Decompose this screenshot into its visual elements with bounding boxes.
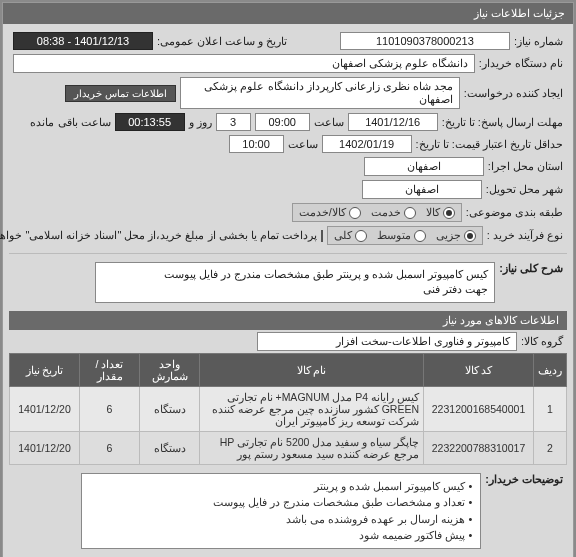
class-label: طبقه بندی موضوعی: <box>466 206 563 219</box>
items-section-title: اطلاعات کالاهای مورد نیاز <box>9 311 567 330</box>
note-line: کیس کامپیوتر اسمبل شده و پرینتر <box>90 478 472 495</box>
creator-label: ایجاد کننده درخواست: <box>464 87 563 100</box>
days-label: روز و <box>189 116 212 129</box>
notes-label: توضیحات خریدار: <box>485 473 563 486</box>
class-radio-group: کالا خدمت کالا/خدمت <box>292 203 462 222</box>
row-group: گروه کالا: کامپیوتر و فناوری اطلاعات-سخت… <box>9 330 567 353</box>
cell-unit: دستگاه <box>140 431 200 464</box>
row-classification: طبقه بندی موضوعی: کالا خدمت کالا/خدمت <box>9 201 567 224</box>
radio-icon <box>349 207 361 219</box>
row-exec-province: استان محل اجرا: اصفهان <box>9 155 567 178</box>
col-qty: تعداد / مقدار <box>80 353 140 386</box>
time-label-2: ساعت <box>288 138 318 151</box>
panel-title: جزئیات اطلاعات نیاز <box>3 3 573 24</box>
row-description: شرح کلی نیاز: کیس کامپیوتر اسمبل شده و پ… <box>9 260 567 305</box>
buyer-label: نام دستگاه خریدار: <box>479 57 563 70</box>
items-table: ردیف کد کالا نام کالا واحد شمارش تعداد /… <box>9 353 567 465</box>
deadline-label: مهلت ارسال پاسخ: تا تاریخ: <box>442 116 563 129</box>
class-opt-both[interactable]: کالا/خدمت <box>299 206 361 219</box>
notes-list: کیس کامپیوتر اسمبل شده و پرینتر تعداد و … <box>81 473 481 549</box>
public-time-value: 1401/12/13 - 08:38 <box>13 32 153 50</box>
note-line: تعداد و مشخصات طبق مشخصات مندرج در فایل … <box>90 494 472 511</box>
exec-prov-value: اصفهان <box>364 157 484 176</box>
radio-label: کالا/خدمت <box>299 206 346 219</box>
deliv-city-label: شهر محل تحویل: <box>486 183 563 196</box>
cell-code: 2232200788310017 <box>424 431 534 464</box>
radio-icon <box>414 230 426 242</box>
details-panel: جزئیات اطلاعات نیاز شماره نیاز: 11010903… <box>2 2 574 557</box>
radio-icon <box>464 230 476 242</box>
cell-date: 1401/12/20 <box>10 431 80 464</box>
group-label: گروه کالا: <box>521 335 563 348</box>
cell-code: 2231200168540001 <box>424 386 534 431</box>
desc-text: کیس کامپیوتر اسمبل شده و پرینتر طبق مشخص… <box>95 262 495 303</box>
validity-label: حداقل تاریخ اعتبار قیمت: تا تاریخ: <box>416 138 563 151</box>
col-unit: واحد شمارش <box>140 353 200 386</box>
cell-name: کیس رایانه P4 مدل MAGNUM+ نام تجارتی GRE… <box>200 386 424 431</box>
time-label-1: ساعت <box>314 116 344 129</box>
col-name: نام کالا <box>200 353 424 386</box>
class-opt-khedmat[interactable]: خدمت <box>371 206 416 219</box>
need-no-label: شماره نیاز: <box>514 35 563 48</box>
cell-qty: 6 <box>80 386 140 431</box>
radio-icon <box>355 230 367 242</box>
creator-value: مجد شاه نظری زارعانی کارپرداز دانشگاه عل… <box>180 77 460 109</box>
row-buyer: نام دستگاه خریدار: دانشگاه علوم پزشکی اص… <box>9 52 567 75</box>
public-time-label: تاریخ و ساعت اعلان عمومی: <box>157 35 287 48</box>
need-no-value: 1101090378000213 <box>340 32 510 50</box>
table-row: 1 2231200168540001 کیس رایانه P4 مدل MAG… <box>10 386 567 431</box>
buy-opt-total[interactable]: کلی <box>334 229 367 242</box>
row-buy-type: نوع فرآیند خرید : جزیی متوسط کلی پرداخت … <box>9 224 567 247</box>
remain-label: ساعت باقی مانده <box>30 116 110 129</box>
deliv-city-value: اصفهان <box>362 180 482 199</box>
col-date: تاریخ نیاز <box>10 353 80 386</box>
panel-body: شماره نیاز: 1101090378000213 تاریخ و ساع… <box>3 24 573 557</box>
table-header-row: ردیف کد کالا نام کالا واحد شمارش تعداد /… <box>10 353 567 386</box>
cell-unit: دستگاه <box>140 386 200 431</box>
row-buyer-notes: توضیحات خریدار: کیس کامپیوتر اسمبل شده و… <box>9 471 567 551</box>
buy-label: نوع فرآیند خرید : <box>487 229 563 242</box>
row-deadline: مهلت ارسال پاسخ: تا تاریخ: 1401/12/16 سا… <box>9 111 567 133</box>
radio-label: جزیی <box>436 229 461 242</box>
cell-name: چاپگر سیاه و سفید مدل 5200 نام تجارتی HP… <box>200 431 424 464</box>
pay-note: پرداخت تمام یا بخشی از مبلغ خرید،از محل … <box>0 229 317 242</box>
days-value: 3 <box>216 113 251 131</box>
buy-opt-minor[interactable]: جزیی <box>436 229 476 242</box>
row-creator: ایجاد کننده درخواست: مجد شاه نظری زارعان… <box>9 75 567 111</box>
radio-label: کلی <box>334 229 352 242</box>
validity-time: 10:00 <box>229 135 284 153</box>
exec-prov-label: استان محل اجرا: <box>488 160 563 173</box>
group-value: کامپیوتر و فناوری اطلاعات-سخت افزار <box>257 332 517 351</box>
deadline-date: 1401/12/16 <box>348 113 438 131</box>
buy-opt-medium[interactable]: متوسط <box>377 229 426 242</box>
cell-idx: 1 <box>534 386 567 431</box>
buyer-value: دانشگاه علوم پزشکی اصفهان <box>13 54 475 73</box>
radio-icon <box>443 207 455 219</box>
radio-icon <box>404 207 416 219</box>
row-validity: حداقل تاریخ اعتبار قیمت: تا تاریخ: 1402/… <box>9 133 567 155</box>
contact-buyer-button[interactable]: اطلاعات تماس خریدار <box>65 85 176 102</box>
class-opt-kala[interactable]: کالا <box>426 206 455 219</box>
buy-radio-group: جزیی متوسط کلی <box>327 226 483 245</box>
col-idx: ردیف <box>534 353 567 386</box>
radio-label: کالا <box>426 206 440 219</box>
note-line: هزینه ارسال بر عهده فروشنده می باشد <box>90 511 472 528</box>
row-deliv-city: شهر محل تحویل: اصفهان <box>9 178 567 201</box>
cell-qty: 6 <box>80 431 140 464</box>
row-need-no: شماره نیاز: 1101090378000213 تاریخ و ساع… <box>9 30 567 52</box>
radio-label: خدمت <box>371 206 401 219</box>
countdown: 00:13:55 <box>115 113 185 131</box>
col-code: کد کالا <box>424 353 534 386</box>
cell-date: 1401/12/20 <box>10 386 80 431</box>
table-row: 2 2232200788310017 چاپگر سیاه و سفید مدل… <box>10 431 567 464</box>
treasury-checkbox[interactable] <box>321 230 323 242</box>
radio-label: متوسط <box>377 229 411 242</box>
cell-idx: 2 <box>534 431 567 464</box>
deadline-time: 09:00 <box>255 113 310 131</box>
desc-label: شرح کلی نیاز: <box>499 262 563 275</box>
note-line: پیش فاکتور ضمیمه شود <box>90 527 472 544</box>
validity-date: 1402/01/19 <box>322 135 412 153</box>
